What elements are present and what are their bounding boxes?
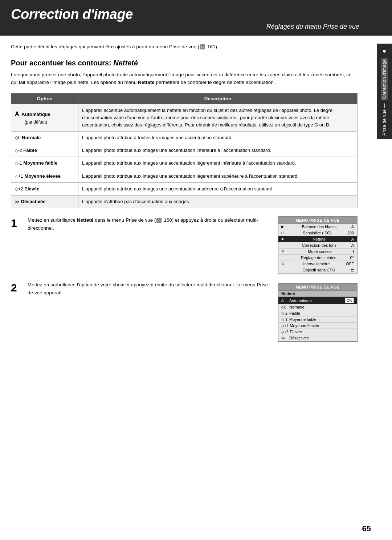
menu2-item-6: ≫Désactivée (278, 335, 357, 341)
menu1-item-5: Réglage des teintes0° (278, 255, 357, 261)
menu2-item-1: ◇0Normale (278, 304, 357, 310)
menu1-mockup: MENU PRISE DE VUE ▶Balance des blancsA□S… (278, 216, 358, 274)
desc-cell-4: L'appareil photo attribue aux images une… (78, 170, 358, 182)
menu1-items: ▶Balance des blancsA□Sensibilité (ISO)20… (278, 224, 357, 274)
desc-cell-6: L'appareil n'attribue pas d'accentuation… (78, 195, 358, 208)
table-row-1: ◇0 NormaleL'appareil photo attribue à to… (11, 132, 358, 144)
step-1-row: 1 Mettez en surbrillance Netteté dans le… (11, 216, 358, 274)
page-title: Correction d'image (11, 7, 381, 22)
step-2-number: 2 (11, 282, 21, 294)
page-subtitle: Réglages du menu Prise de vue (11, 23, 381, 31)
menu1-item-4: ✎Mode couleurI (278, 249, 357, 255)
desc-cell-3: L'appareil photo attribue aux images une… (78, 157, 358, 170)
page-wrapper: Correction d'image Réglages du menu Pris… (0, 0, 392, 540)
option-cell-5: ◇+2 Elevée (11, 182, 78, 195)
table-row-0: A Automatique (par défaut)L'appareil acc… (11, 104, 358, 131)
desc-cell-0: L'appareil accentue automatiquement la n… (78, 104, 358, 131)
side-tab-icon: ● (383, 47, 387, 55)
menu2-mockup: MENU PRISE DE VUE Netteté AAutomatiqueOK… (278, 283, 358, 342)
menu1-title: MENU PRISE DE VUE (278, 217, 357, 224)
steps-section: 1 Mettez en surbrillance Netteté dans le… (11, 216, 358, 342)
step-1-image: MENU PRISE DE VUE ▶Balance des blancsA□S… (278, 216, 358, 274)
intro-text: Cette partie décrit les réglages qui peu… (11, 43, 358, 51)
menu2-items: AAutomatiqueOK◇0Normale◇-2Faible◇-1Moyen… (278, 297, 357, 341)
table-row-3: ◇-1 Moyenne faibleL'appareil photo attri… (11, 157, 358, 170)
menu2-item-3: ◇-1Moyenne faible (278, 317, 357, 323)
menu2-subtitle: Netteté (278, 291, 357, 297)
table-row-6: ≫ DésactivéeL'appareil n'attribue pas d'… (11, 195, 358, 208)
menu1-item-3: Correction des tonsA (278, 242, 357, 249)
step-1-text: Mettez en surbrillance Netteté dans le m… (28, 216, 271, 232)
col-header-option: Option (11, 93, 78, 104)
desc-cell-2: L'appareil photo attribue aux images une… (78, 144, 358, 157)
option-cell-4: ◇+1 Moyenne élevée (11, 170, 78, 182)
main-content: Cette partie décrit les réglages qui peu… (0, 36, 376, 356)
option-cell-6: ≫ Désactivée (11, 195, 78, 208)
option-cell-3: ◇-1 Moyenne faible (11, 157, 78, 170)
menu1-item-2: ■NettetéA (278, 236, 357, 242)
desc-cell-5: L'appareil photo attribue aux images une… (78, 182, 358, 195)
option-cell-0: A Automatique (par défaut) (11, 104, 78, 131)
table-row-4: ◇+1 Moyenne élevéeL'appareil photo attri… (11, 170, 358, 182)
options-table: Option Description A Automatique (par dé… (11, 93, 358, 208)
menu2-item-5: ◇+2Elevée (278, 329, 357, 335)
col-header-description: Description (78, 93, 358, 104)
table-row-5: ◇+2 ElevéeL'appareil photo attribue aux … (11, 182, 358, 195)
menu2-item-2: ◇-2Faible (278, 310, 357, 317)
table-row-2: ◇-2 FaibleL'appareil photo attribue aux … (11, 144, 358, 157)
menu2-item-0: AAutomatiqueOK (278, 297, 357, 304)
desc-cell-1: L'appareil photo attribue à toutes les i… (78, 132, 358, 144)
section-heading: Pour accentuer les contours: Netteté (11, 59, 358, 67)
menu2-title: MENU PRISE DE VUE (278, 284, 357, 291)
side-tab-text: Prise de vue — Correction d'image (382, 58, 387, 136)
menu1-item-6: ⊙IntervallomètreOFF (278, 261, 357, 267)
option-cell-2: ◇-2 Faible (11, 144, 78, 157)
side-tab: ● Prise de vue — Correction d'image (377, 44, 392, 139)
step-1-number: 1 (11, 217, 21, 229)
page-number: 65 (362, 524, 371, 533)
menu1-item-7: Objectif sans CPU⊏ (278, 267, 357, 274)
step-2-text: Mettez en surbrillance l'option de votre… (28, 281, 271, 297)
step-2-image: MENU PRISE DE VUE Netteté AAutomatiqueOK… (278, 281, 358, 342)
menu1-item-1: □Sensibilité (ISO)200 (278, 230, 357, 236)
menu1-item-0: ▶Balance des blancsA (278, 224, 357, 230)
option-cell-1: ◇0 Normale (11, 132, 78, 144)
step-2-row: 2 Mettez en surbrillance l'option de vot… (11, 281, 358, 342)
menu2-item-4: ◇+1Moyenne élevée (278, 323, 357, 329)
page-header: Correction d'image Réglages du menu Pris… (0, 0, 392, 36)
section-body: Lorsque vous prenez une photo, l'apparei… (11, 71, 358, 86)
